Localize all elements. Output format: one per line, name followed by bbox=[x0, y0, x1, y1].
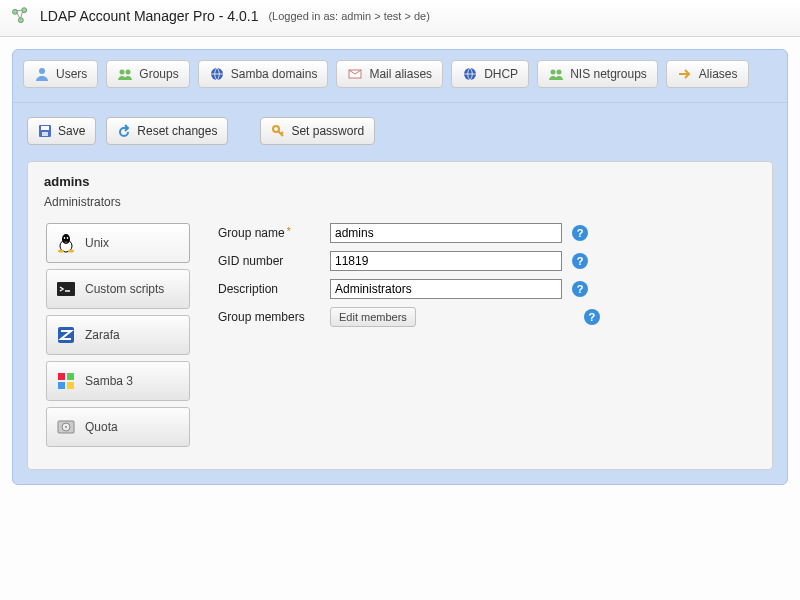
action-buttons: Save Reset changes Set password bbox=[13, 103, 787, 161]
main-tabs: Users Groups Samba domains Mail aliases … bbox=[13, 50, 787, 103]
tab-nis-netgroups[interactable]: NIS netgroups bbox=[537, 60, 658, 88]
tux-icon bbox=[55, 232, 77, 254]
tab-users[interactable]: Users bbox=[23, 60, 98, 88]
panel-body: Unix Custom scripts Zarafa Samba 3 Quota bbox=[42, 219, 758, 451]
help-icon[interactable]: ? bbox=[572, 253, 588, 269]
svg-point-20 bbox=[64, 237, 66, 239]
undo-icon bbox=[117, 124, 131, 138]
tab-samba-domains[interactable]: Samba domains bbox=[198, 60, 329, 88]
side-tab-custom-scripts[interactable]: Custom scripts bbox=[46, 269, 190, 309]
tab-label: NIS netgroups bbox=[570, 67, 647, 81]
svg-line-4 bbox=[21, 12, 23, 18]
svg-point-32 bbox=[65, 426, 67, 428]
tab-aliases[interactable]: Aliases bbox=[666, 60, 749, 88]
input-description[interactable] bbox=[330, 279, 562, 299]
label-group-name: Group name* bbox=[218, 226, 320, 240]
svg-rect-24 bbox=[57, 282, 75, 296]
svg-rect-27 bbox=[67, 373, 74, 380]
side-tab-label: Quota bbox=[85, 420, 118, 434]
row-group-name: Group name* ? bbox=[218, 223, 752, 243]
panel-subtitle: Administrators bbox=[42, 195, 758, 219]
button-label: Save bbox=[58, 124, 85, 138]
tab-label: Groups bbox=[139, 67, 178, 81]
svg-point-6 bbox=[39, 68, 45, 74]
unix-form: Group name* ? GID number ? Description ?… bbox=[212, 219, 758, 339]
tab-label: DHCP bbox=[484, 67, 518, 81]
row-group-members: Group members Edit members ? bbox=[218, 307, 752, 327]
side-tab-label: Samba 3 bbox=[85, 374, 133, 388]
svg-point-21 bbox=[67, 237, 69, 239]
save-button[interactable]: Save bbox=[27, 117, 96, 145]
side-tab-zarafa[interactable]: Zarafa bbox=[46, 315, 190, 355]
arrow-right-icon bbox=[677, 66, 693, 82]
windows-icon bbox=[55, 370, 77, 392]
key-icon bbox=[271, 124, 285, 138]
tab-mail-aliases[interactable]: Mail aliases bbox=[336, 60, 443, 88]
label-group-members: Group members bbox=[218, 310, 320, 324]
mail-icon bbox=[347, 66, 363, 82]
top-bar: LDAP Account Manager Pro - 4.0.1 (Logged… bbox=[0, 0, 800, 37]
button-label: Set password bbox=[291, 124, 364, 138]
tab-label: Users bbox=[56, 67, 87, 81]
help-icon[interactable]: ? bbox=[572, 281, 588, 297]
svg-point-8 bbox=[126, 70, 131, 75]
input-group-name[interactable] bbox=[330, 223, 562, 243]
row-description: Description ? bbox=[218, 279, 752, 299]
row-gid-number: GID number ? bbox=[218, 251, 752, 271]
help-icon[interactable]: ? bbox=[572, 225, 588, 241]
svg-point-7 bbox=[120, 70, 125, 75]
input-gid-number[interactable] bbox=[330, 251, 562, 271]
group-icon bbox=[117, 66, 133, 82]
panel-header: admins Administrators bbox=[42, 172, 758, 219]
label-gid-number: GID number bbox=[218, 254, 320, 268]
side-tab-unix[interactable]: Unix bbox=[46, 223, 190, 263]
side-tab-samba3[interactable]: Samba 3 bbox=[46, 361, 190, 401]
tab-dhcp[interactable]: DHCP bbox=[451, 60, 529, 88]
reset-button[interactable]: Reset changes bbox=[106, 117, 228, 145]
button-label: Reset changes bbox=[137, 124, 217, 138]
user-icon bbox=[34, 66, 50, 82]
app-logo-icon bbox=[10, 6, 30, 26]
required-mark: * bbox=[287, 226, 291, 237]
side-tab-label: Zarafa bbox=[85, 328, 120, 342]
svg-rect-16 bbox=[42, 132, 48, 136]
svg-rect-26 bbox=[58, 373, 65, 380]
tab-groups[interactable]: Groups bbox=[106, 60, 189, 88]
globe-icon bbox=[462, 66, 478, 82]
login-info: (Logged in as: admin > test > de) bbox=[268, 10, 429, 22]
side-tab-label: Unix bbox=[85, 236, 109, 250]
terminal-icon bbox=[55, 278, 77, 300]
side-tabs: Unix Custom scripts Zarafa Samba 3 Quota bbox=[42, 219, 194, 451]
edit-panel: admins Administrators Unix Custom script… bbox=[27, 161, 773, 470]
tab-label: Aliases bbox=[699, 67, 738, 81]
help-icon[interactable]: ? bbox=[584, 309, 600, 325]
svg-point-13 bbox=[557, 70, 562, 75]
side-tab-quota[interactable]: Quota bbox=[46, 407, 190, 447]
svg-point-23 bbox=[68, 250, 74, 253]
save-icon bbox=[38, 124, 52, 138]
set-password-button[interactable]: Set password bbox=[260, 117, 375, 145]
label-description: Description bbox=[218, 282, 320, 296]
globe-icon bbox=[209, 66, 225, 82]
zarafa-icon bbox=[55, 324, 77, 346]
main-container: Users Groups Samba domains Mail aliases … bbox=[12, 49, 788, 485]
panel-title: admins bbox=[42, 172, 758, 195]
svg-point-2 bbox=[18, 18, 23, 23]
side-tab-label: Custom scripts bbox=[85, 282, 164, 296]
group-icon bbox=[548, 66, 564, 82]
svg-rect-29 bbox=[67, 382, 74, 389]
app-title: LDAP Account Manager Pro - 4.0.1 bbox=[40, 8, 258, 24]
svg-point-12 bbox=[551, 70, 556, 75]
svg-rect-15 bbox=[41, 126, 49, 130]
svg-point-22 bbox=[58, 250, 64, 253]
edit-members-button[interactable]: Edit members bbox=[330, 307, 416, 327]
tab-label: Samba domains bbox=[231, 67, 318, 81]
disk-icon bbox=[55, 416, 77, 438]
tab-label: Mail aliases bbox=[369, 67, 432, 81]
svg-rect-28 bbox=[58, 382, 65, 389]
svg-line-3 bbox=[17, 13, 20, 19]
